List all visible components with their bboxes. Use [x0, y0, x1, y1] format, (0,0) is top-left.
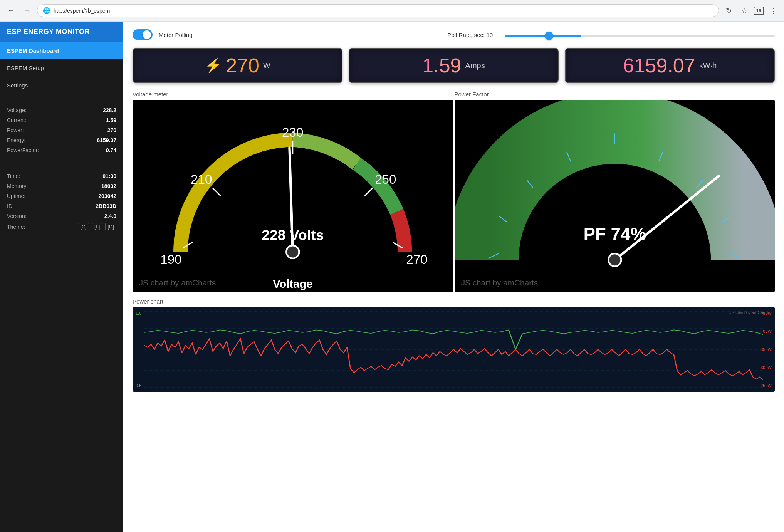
- voltage-label: Voltage:: [7, 107, 27, 113]
- power-chart-svg: [144, 307, 763, 392]
- sidebar-sysinfo: Time: 01:30 Memory: 18032 Uptime: 203042…: [0, 166, 123, 237]
- current-value: 1.59: [106, 117, 116, 123]
- stat-energy: Energy: 6159.07: [7, 135, 116, 145]
- time-label: Time:: [7, 173, 20, 179]
- stat-version: Version: 2.4.0: [7, 211, 116, 221]
- browser-chrome: ← → 🌐 http://espem/?b_espem ↻ ☆ 16 ⋮: [0, 0, 784, 22]
- metric-card-energy: 6159.07 kW·h: [565, 48, 775, 83]
- amps-value: 1.59: [422, 55, 461, 76]
- bolt-icon: ⚡: [205, 57, 222, 74]
- bookmark-button[interactable]: ☆: [738, 5, 750, 17]
- poll-rate-label: Poll Rate, sec: 10: [447, 32, 493, 38]
- stat-pf: PowerFactor: 0.74: [7, 145, 116, 155]
- version-value: 2.4.0: [104, 213, 116, 219]
- version-label: Version:: [7, 213, 27, 219]
- voltage-meter-label: Voltage meter: [133, 91, 453, 97]
- sidebar-divider-1: [0, 97, 123, 97]
- forward-button[interactable]: →: [21, 5, 33, 17]
- pf-value: 0.74: [106, 147, 116, 153]
- power-chart-container: JS chart by amCharts 1.0 0.5 450W 400W 3…: [133, 307, 775, 392]
- stat-power: Power: 270: [7, 125, 116, 135]
- id-value: 2BB03D: [96, 203, 116, 209]
- svg-text:PF 74%: PF 74%: [583, 224, 646, 244]
- theme-d-link[interactable]: [D]: [105, 223, 116, 230]
- pf-label: PowerFactor:: [7, 147, 39, 153]
- y-left-mid: 0.5: [136, 383, 141, 388]
- stat-time: Time: 01:30: [7, 171, 116, 181]
- chart-y-left: 1.0 0.5: [136, 307, 141, 392]
- stat-uptime: Uptime: 203042: [7, 191, 116, 201]
- voltage-value: 228.2: [103, 107, 116, 113]
- reload-button[interactable]: ↻: [723, 5, 735, 17]
- address-bar[interactable]: 🌐 http://espem/?b_espem: [37, 4, 719, 17]
- svg-text:JS chart by amCharts: JS chart by amCharts: [139, 278, 216, 287]
- svg-text:JS chart by amCharts: JS chart by amCharts: [461, 278, 538, 287]
- stat-current: Current: 1.59: [7, 115, 116, 125]
- svg-text:210: 210: [191, 172, 212, 186]
- meter-polling-toggle[interactable]: [133, 29, 153, 40]
- tab-count[interactable]: 16: [754, 7, 764, 15]
- energy-value-display: 6159.07: [623, 55, 695, 76]
- energy-label: Energy:: [7, 137, 25, 143]
- menu-button[interactable]: ⋮: [767, 5, 779, 17]
- poll-toggle-label: Meter Polling: [159, 32, 193, 38]
- poll-row: Meter Polling Poll Rate, sec: 10: [133, 29, 775, 40]
- power-chart-label: Power chart: [133, 298, 775, 305]
- svg-point-13: [286, 245, 299, 258]
- theme-l-link[interactable]: [L]: [92, 223, 102, 230]
- stat-theme: Theme: [C] [L] [D]: [7, 221, 116, 232]
- voltage-meter-section: Voltage meter: [133, 91, 453, 292]
- back-button[interactable]: ←: [5, 5, 17, 17]
- voltage-gauge-svg: 190 210 230 250 270 228 Volts Voltage: [133, 100, 453, 292]
- toggle-track: [133, 29, 153, 40]
- memory-value: 18032: [101, 183, 116, 189]
- globe-icon: 🌐: [43, 7, 50, 14]
- power-factor-gauge-container: PF 74% JS chart by amCharts: [455, 100, 775, 292]
- svg-point-27: [608, 253, 621, 266]
- metric-card-watts: ⚡ 270 W: [133, 48, 342, 83]
- power-factor-section: Power Factor: [455, 91, 775, 292]
- energy-value: 6159.07: [97, 137, 116, 143]
- sidebar-item-dashboard[interactable]: ESPEM Dashboard: [0, 42, 123, 59]
- current-label: Current:: [7, 117, 27, 123]
- power-factor-label: Power Factor: [455, 91, 775, 97]
- sidebar-item-setup[interactable]: ESPEM Setup: [0, 59, 123, 77]
- theme-links: [C] [L] [D]: [78, 223, 116, 230]
- svg-text:230: 230: [282, 125, 303, 139]
- toggle-thumb: [143, 30, 151, 39]
- theme-label: Theme:: [7, 224, 25, 230]
- poll-rate-slider[interactable]: [505, 35, 775, 37]
- power-factor-gauge-svg: PF 74% JS chart by amCharts: [455, 100, 775, 292]
- stat-memory: Memory: 18032: [7, 181, 116, 191]
- sidebar: ESP ENERGY MONITOR ESPEM Dashboard ESPEM…: [0, 22, 123, 532]
- theme-c-link[interactable]: [C]: [78, 223, 89, 230]
- amps-unit: Amps: [465, 61, 485, 70]
- stat-id: ID: 2BB03D: [7, 201, 116, 211]
- watts-value: 270: [226, 55, 259, 76]
- power-label: Power:: [7, 127, 24, 133]
- svg-text:Voltage: Voltage: [273, 278, 312, 290]
- uptime-label: Uptime:: [7, 193, 25, 199]
- uptime-value: 203042: [98, 193, 116, 199]
- id-label: ID:: [7, 203, 14, 209]
- sidebar-divider-2: [0, 163, 123, 163]
- poll-rate-slider-container: [505, 31, 775, 38]
- browser-actions: ↻ ☆ 16 ⋮: [723, 5, 779, 17]
- voltage-gauge-container: 190 210 230 250 270 228 Volts Voltage: [133, 100, 453, 292]
- svg-text:250: 250: [375, 172, 396, 186]
- sidebar-item-settings[interactable]: Settings: [0, 77, 123, 94]
- power-chart-section: Power chart JS chart by amCharts 1.0 0.5…: [133, 298, 775, 392]
- svg-text:270: 270: [406, 252, 427, 267]
- watts-unit: W: [263, 61, 270, 70]
- metric-card-amps: 1.59 Amps: [349, 48, 559, 83]
- energy-unit: kW·h: [699, 61, 717, 70]
- time-value: 01:30: [102, 173, 116, 179]
- metric-cards: ⚡ 270 W 1.59 Amps 6159.07 kW·h: [133, 48, 775, 83]
- url-text: http://espem/?b_espem: [54, 8, 110, 14]
- main-content: Meter Polling Poll Rate, sec: 10 ⚡ 270 W…: [123, 22, 784, 532]
- stat-voltage: Voltage: 228.2: [7, 105, 116, 115]
- sidebar-stats: Voltage: 228.2 Current: 1.59 Power: 270 …: [0, 101, 123, 160]
- gauges-row: Voltage meter: [133, 91, 775, 292]
- sidebar-title: ESP ENERGY MONITOR: [0, 22, 123, 42]
- power-value: 270: [107, 127, 116, 133]
